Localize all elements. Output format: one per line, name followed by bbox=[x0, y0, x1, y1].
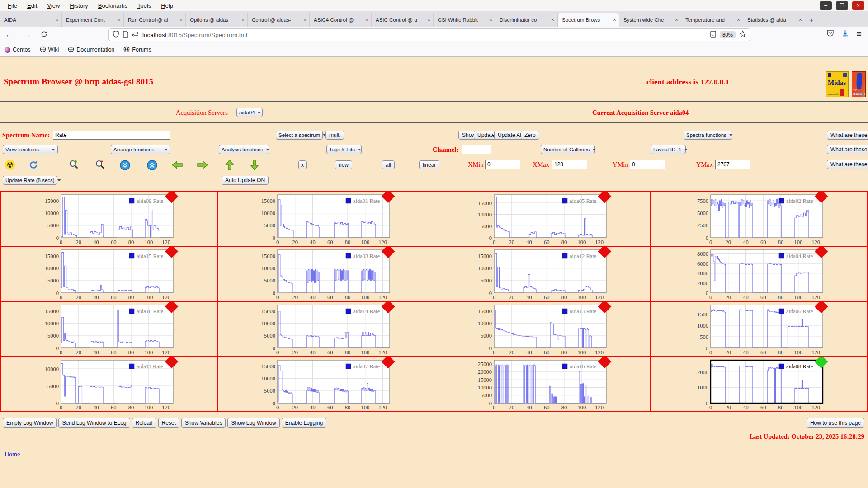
bookmark-forums[interactable]: Forums bbox=[123, 46, 151, 54]
multi-button[interactable]: multi bbox=[326, 131, 344, 140]
gallery-cell-aida15[interactable]: 050001000015000020406080100120aida15 Rat… bbox=[1, 247, 217, 301]
tab-close-icon[interactable]: × bbox=[363, 17, 368, 23]
tab-close-icon[interactable]: × bbox=[240, 17, 245, 23]
tab-close-icon[interactable]: × bbox=[611, 17, 616, 23]
analysis-functions-dropdown[interactable]: Analysis functions bbox=[219, 145, 269, 154]
home-link[interactable]: Home bbox=[5, 451, 20, 458]
zero-button[interactable]: Zero bbox=[521, 131, 539, 140]
scroll-down-icon[interactable] bbox=[119, 159, 131, 171]
close-button[interactable]: × bbox=[852, 1, 864, 10]
tab-close-icon[interactable]: × bbox=[116, 17, 121, 23]
scroll-up-icon[interactable] bbox=[146, 159, 158, 171]
arrow-up-icon[interactable] bbox=[224, 159, 236, 171]
gallery-cell-aida01[interactable]: 050001000015000020406080100120aida01 Rat… bbox=[218, 192, 434, 246]
xmin-input[interactable] bbox=[485, 160, 520, 169]
what-are-these-button-1[interactable]: What are these? bbox=[827, 131, 868, 140]
channel-input[interactable] bbox=[462, 145, 491, 154]
menu-item-file[interactable]: File bbox=[4, 1, 21, 10]
downloads-icon[interactable] bbox=[841, 29, 849, 39]
gallery-cell-aida03[interactable]: 050001000015000020406080100120aida03 Rat… bbox=[218, 247, 434, 301]
tab-run-control-ai[interactable]: Run Control @ ai× bbox=[124, 13, 186, 27]
ymax-input[interactable] bbox=[715, 160, 750, 169]
maximize-button[interactable]: ☐ bbox=[836, 1, 848, 10]
tab-close-icon[interactable]: × bbox=[487, 17, 492, 23]
tab-aida[interactable]: AIDA× bbox=[0, 13, 62, 27]
zoom-in-icon[interactable] bbox=[68, 159, 80, 171]
view-functions-dropdown[interactable]: View functions bbox=[3, 145, 58, 154]
gallery-cell-aida13[interactable]: 050001000015000020406080100120aida13 Rat… bbox=[434, 302, 650, 356]
tab-system-wide-che[interactable]: System wide Che× bbox=[619, 13, 681, 27]
menu-item-bookmarks[interactable]: Bookmarks bbox=[94, 1, 132, 10]
back-icon[interactable]: ← bbox=[0, 30, 19, 39]
gallery-cell-aida10[interactable]: 050001000015000020406080100120aida10 Rat… bbox=[1, 302, 217, 356]
menu-item-history[interactable]: History bbox=[66, 1, 92, 10]
arrange-functions-dropdown[interactable]: Arrange functions bbox=[111, 145, 170, 154]
pocket-icon[interactable] bbox=[826, 29, 834, 39]
enable-logging-button[interactable]: Enable Logging bbox=[282, 418, 326, 428]
spectra-functions-dropdown[interactable]: Spectra functions bbox=[684, 131, 732, 140]
zoom-out-icon[interactable] bbox=[94, 159, 106, 171]
page-info-icon[interactable] bbox=[123, 31, 128, 39]
tab-close-icon[interactable]: × bbox=[735, 17, 740, 23]
arrow-right-icon[interactable] bbox=[197, 159, 208, 171]
linear-button[interactable]: linear bbox=[419, 160, 439, 169]
gallery-cell-aida07[interactable]: 050001000015000020406080100120aida07 Rat… bbox=[218, 357, 434, 411]
xmax-input[interactable] bbox=[552, 160, 587, 169]
reset-button[interactable]: Reset bbox=[158, 418, 179, 428]
select-spectrum-dropdown[interactable]: Select a spectrum bbox=[276, 131, 323, 140]
number-of-galleries-dropdown[interactable]: Number of Galleries bbox=[541, 145, 595, 154]
reload-icon[interactable] bbox=[35, 31, 53, 39]
bookmark-documentation[interactable]: Documentation bbox=[68, 46, 114, 54]
tab-close-icon[interactable]: × bbox=[549, 17, 554, 23]
send-log-window-to-elog-button[interactable]: Send Log Window to ELog bbox=[58, 418, 130, 428]
tab-close-icon[interactable]: × bbox=[54, 17, 59, 23]
gallery-cell-aida02[interactable]: 0250050007500020406080100120aida02 Rate bbox=[651, 192, 867, 246]
radiation-icon[interactable]: ☢ bbox=[4, 159, 16, 171]
menu-item-view[interactable]: View bbox=[43, 1, 64, 10]
url-text[interactable]: localhost:8015/Spectrum/Spectrum.tml bbox=[142, 32, 710, 38]
reader-view-icon[interactable] bbox=[710, 31, 716, 39]
tab-close-icon[interactable]: × bbox=[425, 17, 430, 23]
gallery-cell-aida14[interactable]: 050001000015000020406080100120aida14 Rat… bbox=[218, 302, 434, 356]
what-are-these-button-3[interactable]: What are these? bbox=[827, 160, 868, 169]
layout-id-dropdown[interactable]: Layout ID=1 bbox=[651, 145, 686, 154]
tab-close-icon[interactable]: × bbox=[302, 17, 307, 23]
ymin-input[interactable] bbox=[630, 160, 665, 169]
bookmark-star-icon[interactable] bbox=[739, 30, 746, 39]
minimize-button[interactable]: – bbox=[820, 1, 832, 10]
arrow-down-icon[interactable] bbox=[249, 159, 260, 171]
empty-log-window-button[interactable]: Empty Log Window bbox=[3, 418, 57, 428]
what-are-these-button-2[interactable]: What are these? bbox=[827, 145, 868, 154]
auto-update-button[interactable]: Auto Update ON bbox=[222, 176, 269, 185]
permissions-icon[interactable] bbox=[132, 31, 139, 39]
gallery-cell-aida16[interactable]: 0500010000150002000025000020406080100120… bbox=[434, 357, 650, 411]
menu-item-tools[interactable]: Tools bbox=[133, 1, 155, 10]
shield-icon[interactable] bbox=[113, 30, 119, 39]
gallery-cell-aida12[interactable]: 050001000015000020406080100120aida12 Rat… bbox=[434, 247, 650, 301]
tab-gsi-white-rabbit[interactable]: GSI White Rabbit× bbox=[434, 13, 495, 27]
menu-item-edit[interactable]: Edit bbox=[23, 1, 41, 10]
how-to-use-button[interactable]: How to use this page bbox=[807, 418, 864, 428]
x-axis-button[interactable]: x bbox=[298, 160, 307, 169]
tab-asic-control-a[interactable]: ASIC Control @ a× bbox=[372, 13, 434, 27]
all-button[interactable]: all bbox=[382, 160, 395, 169]
tcl-powered-logo[interactable]: TCL POWERED bbox=[852, 71, 866, 97]
update-rate-dropdown[interactable]: Update Rate (8 secs) bbox=[3, 176, 57, 185]
tab-statistics-aida[interactable]: Statistics @ aida× bbox=[743, 13, 805, 27]
bookmark-centos[interactable]: Centos bbox=[5, 47, 31, 53]
gallery-cell-aida05[interactable]: 050001000015000020406080100120aida05 Rat… bbox=[434, 192, 650, 246]
refresh-icon[interactable] bbox=[28, 159, 39, 171]
new-button[interactable]: new bbox=[335, 160, 352, 169]
show-log-window-button[interactable]: Show Log Window bbox=[227, 418, 279, 428]
arrow-left-icon[interactable] bbox=[171, 159, 183, 171]
gallery-cell-aida08[interactable]: 010002000020406080100120aida08 Rate bbox=[651, 357, 867, 411]
spectrum-name-input[interactable] bbox=[53, 131, 170, 140]
show-variables-button[interactable]: Show Variables bbox=[181, 418, 226, 428]
new-tab-button[interactable]: + bbox=[805, 14, 818, 27]
reload-button[interactable]: Reload bbox=[132, 418, 156, 428]
gallery-cell-aida09[interactable]: 050001000015000020406080100120aida09 Rat… bbox=[1, 192, 217, 246]
url-bar[interactable]: localhost:8015/Spectrum/Spectrum.tml 80% bbox=[108, 28, 750, 41]
tab-close-icon[interactable]: × bbox=[797, 17, 802, 23]
acquisition-server-select[interactable]: aida04 bbox=[236, 108, 263, 117]
midas-logo[interactable]: Midas powered by bbox=[826, 71, 849, 97]
